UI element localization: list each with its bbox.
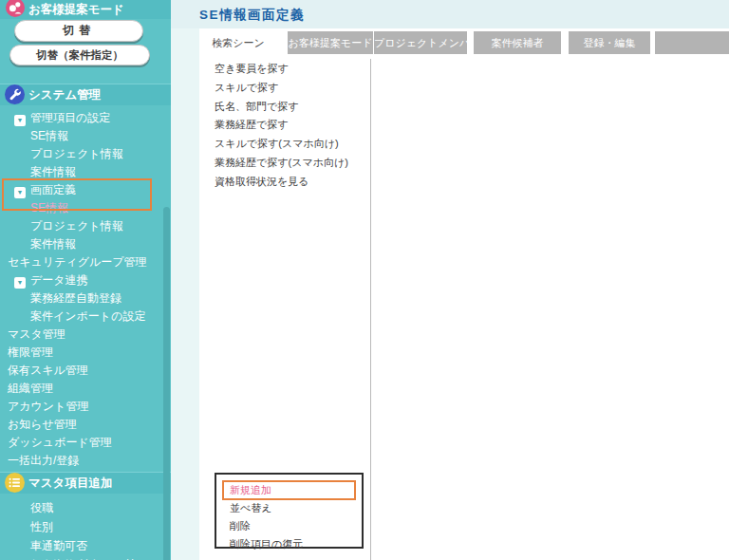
sidebar-item-label: ダッシュボード管理 bbox=[8, 436, 112, 449]
sidebar-item-label: セキュリティグループ管理 bbox=[8, 255, 147, 269]
people-icon bbox=[6, 0, 25, 17]
sidebar-item-label: マスタ管理 bbox=[8, 327, 65, 341]
scene-list-item[interactable]: 氏名、部門で探す bbox=[215, 98, 348, 117]
sidebar-item-label: 案件情報 bbox=[30, 165, 76, 178]
tab-5[interactable]: 登録・編集 bbox=[569, 31, 650, 54]
content-vertical-divider bbox=[370, 59, 371, 560]
action-menu: 新規追加並べ替え削除削除項目の復元 bbox=[215, 473, 364, 549]
sidebar-item-label: 案件インポートの設定 bbox=[30, 309, 145, 323]
sidebar-item-3[interactable]: 案件情報 bbox=[0, 163, 171, 181]
sidebar-item-label: プロジェクト情報 bbox=[30, 147, 123, 160]
sidebar-item-10[interactable]: 業務経歴自動登録 bbox=[0, 289, 171, 308]
menu-item[interactable]: 並べ替え bbox=[216, 499, 362, 517]
sidebar: お客様提案モード 切替 切替（案件指定） システム管理 ▼管理項目の設定SE情報… bbox=[0, 0, 171, 560]
sidebar-item-label: 組織管理 bbox=[8, 382, 53, 395]
scene-list-item[interactable]: 資格取得状況を見る bbox=[215, 173, 348, 192]
sidebar-item-9[interactable]: ▼データ連携 bbox=[0, 271, 171, 289]
sidebar-section-system-label[interactable]: システム管理 bbox=[28, 87, 101, 103]
menu-item[interactable]: 削除項目の復元 bbox=[216, 535, 362, 553]
chevron-down-icon: ▼ bbox=[14, 277, 26, 289]
sidebar-item-20[interactable]: 役職 bbox=[0, 499, 171, 517]
wrench-icon bbox=[5, 84, 24, 103]
sidebar-item-label: アカウント管理 bbox=[8, 400, 88, 413]
scene-list-item[interactable]: スキルで探す(スマホ向け) bbox=[215, 135, 348, 154]
sidebar-item-15[interactable]: 組織管理 bbox=[0, 380, 171, 398]
sidebar-item-1[interactable]: SE情報 bbox=[0, 127, 171, 145]
chevron-down-icon: ▼ bbox=[14, 115, 26, 126]
sidebar-scrollbar-thumb[interactable] bbox=[163, 207, 170, 560]
sidebar-item-13[interactable]: 権限管理 bbox=[0, 344, 171, 362]
sidebar-item-12[interactable]: マスタ管理 bbox=[0, 326, 171, 344]
tab-bar: 検索シーンお客様提案モードプロジェクトメンバー案件候補者登録・編集 bbox=[199, 31, 729, 54]
sidebar-item-18[interactable]: ダッシュボード管理 bbox=[0, 434, 171, 452]
content-left-gutter bbox=[171, 0, 199, 560]
sidebar-item-label: 車通勤可否 bbox=[30, 539, 87, 552]
menu-item[interactable]: 削除 bbox=[216, 517, 362, 535]
sidebar-item-2[interactable]: プロジェクト情報 bbox=[0, 145, 171, 163]
sidebar-item-0[interactable]: ▼管理項目の設定 bbox=[0, 109, 171, 127]
sidebar-item-label: 役職 bbox=[30, 501, 53, 514]
sidebar-item-label: 業務経歴自動登録 bbox=[30, 291, 122, 305]
sidebar-item-label: 案件情報 bbox=[30, 237, 76, 251]
sidebar-item-14[interactable]: 保有スキル管理 bbox=[0, 362, 171, 380]
sidebar-item-11[interactable]: 案件インポートの設定 bbox=[0, 308, 171, 326]
tab-bar-filler bbox=[655, 31, 729, 54]
chevron-down-icon: ▼ bbox=[14, 187, 26, 198]
switch-button[interactable]: 切替 bbox=[14, 20, 143, 42]
sidebar-item-label: プロジェクト情報 bbox=[30, 219, 123, 233]
scene-list-item[interactable]: スキルで探す bbox=[215, 79, 348, 98]
scene-list-item[interactable]: 空き要員を探す bbox=[215, 60, 348, 79]
sidebar-item-5[interactable]: SE情報 bbox=[0, 199, 171, 217]
sidebar-item-16[interactable]: アカウント管理 bbox=[0, 398, 171, 416]
sidebar-section-master-label[interactable]: マスタ項目追加 bbox=[28, 476, 112, 492]
sidebar-item-19[interactable]: 一括出力/登録 bbox=[0, 452, 171, 470]
sidebar-item-label: 性別 bbox=[30, 520, 53, 533]
sidebar-item-21[interactable]: 性別 bbox=[0, 518, 171, 536]
list-icon bbox=[5, 473, 24, 492]
sidebar-item-8[interactable]: セキュリティグループ管理 bbox=[0, 253, 171, 271]
tab-3[interactable]: プロジェクトメンバー bbox=[374, 31, 467, 54]
sidebar-item-7[interactable]: 案件情報 bbox=[0, 235, 171, 253]
search-scene-list: 空き要員を探すスキルで探す氏名、部門で探す業務経歴で探すスキルで探す(スマホ向け… bbox=[215, 60, 348, 192]
sidebar-item-22[interactable]: 車通勤可否 bbox=[0, 537, 171, 555]
scene-list-item[interactable]: 業務経歴で探す bbox=[215, 116, 348, 135]
sidebar-item-23[interactable]: 保有資格(情報処理技 bbox=[0, 556, 171, 560]
sidebar-top-header-label: お客様提案モード bbox=[28, 2, 124, 18]
page-title: SE情報画面定義 bbox=[199, 7, 305, 24]
tab-2[interactable]: お客様提案モード bbox=[288, 31, 373, 54]
menu-item[interactable]: 新規追加 bbox=[216, 481, 362, 499]
sidebar-item-label: SE情報 bbox=[30, 129, 68, 142]
sidebar-item-label: 一括出力/登録 bbox=[8, 454, 79, 467]
sidebar-item-4[interactable]: ▼画面定義 bbox=[0, 181, 171, 199]
tab-1[interactable]: 検索シーン bbox=[199, 31, 277, 54]
sidebar-item-label: お知らせ管理 bbox=[8, 418, 77, 431]
tab-4[interactable]: 案件候補者 bbox=[474, 31, 561, 54]
sidebar-item-17[interactable]: お知らせ管理 bbox=[0, 416, 171, 434]
switch-by-project-button[interactable]: 切替（案件指定） bbox=[9, 45, 150, 65]
sidebar-item-label: 管理項目の設定 bbox=[30, 111, 110, 124]
sidebar-item-label: データ連携 bbox=[30, 273, 88, 287]
scene-list-item[interactable]: 業務経歴で探す(スマホ向け) bbox=[215, 154, 348, 173]
sidebar-item-label: SE情報 bbox=[30, 201, 68, 215]
sidebar-item-label: 画面定義 bbox=[30, 183, 76, 196]
sidebar-item-6[interactable]: プロジェクト情報 bbox=[0, 217, 171, 235]
sidebar-item-label: 保有スキル管理 bbox=[8, 364, 88, 377]
sidebar-item-label: 権限管理 bbox=[8, 345, 53, 359]
